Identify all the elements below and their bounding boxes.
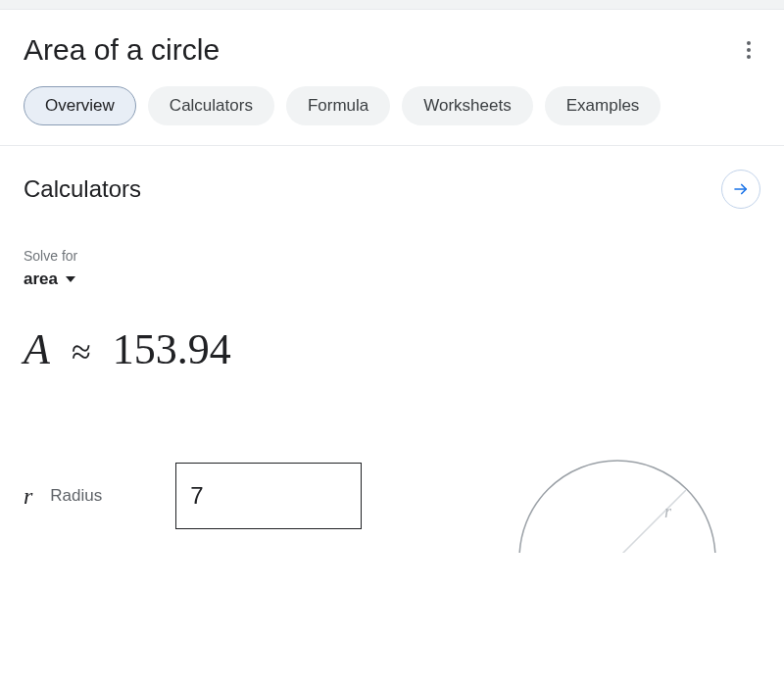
tab-worksheets[interactable]: Worksheets (402, 86, 532, 125)
tabs-row: Overview Calculators Formula Worksheets … (24, 86, 760, 145)
next-arrow-button[interactable] (721, 170, 760, 209)
tab-formula[interactable]: Formula (286, 86, 390, 125)
solve-for-label: Solve for (24, 248, 760, 264)
solve-for-dropdown[interactable]: area (24, 270, 760, 289)
radius-input[interactable] (175, 463, 362, 529)
tab-examples[interactable]: Examples (545, 86, 662, 125)
radius-label: Radius (50, 486, 158, 506)
calculators-section-title: Calculators (24, 175, 141, 203)
result-relation: ≈ (72, 331, 91, 372)
result-symbol: A (24, 324, 50, 374)
result-value: 153.94 (113, 324, 231, 374)
tab-calculators[interactable]: Calculators (148, 86, 274, 125)
diagram-radius-line (617, 490, 686, 553)
page-title: Area of a circle (24, 33, 220, 67)
tab-overview[interactable]: Overview (24, 86, 136, 125)
top-strip (0, 0, 784, 10)
circle-diagram: r d (510, 451, 725, 553)
solve-for-value-text: area (24, 270, 58, 289)
caret-down-icon (66, 276, 75, 282)
kebab-menu-icon[interactable] (737, 38, 760, 62)
diagram-r-label: r (664, 502, 672, 521)
arrow-right-icon (732, 180, 750, 198)
input-symbol: r (24, 483, 32, 510)
result-row: A ≈ 153.94 (24, 324, 760, 374)
diagram-circle (519, 461, 715, 553)
